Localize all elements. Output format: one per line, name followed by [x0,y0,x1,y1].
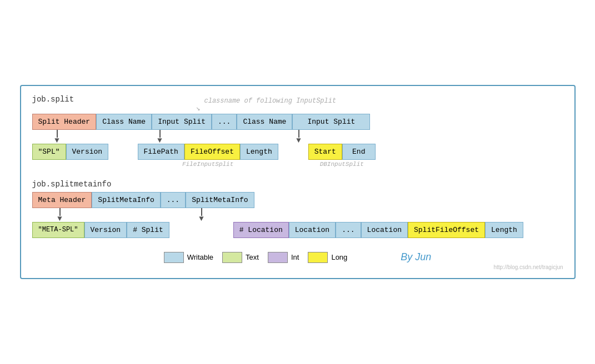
box-filepath: FilePath [138,144,184,160]
sub-rows-area: ▼ ▼ ▼ [32,130,563,144]
meta-arrows: ▼ ▼ [32,208,563,222]
fileinput-row: FilePath FileOffset Length [138,144,278,160]
box-location-1: Location [289,222,336,238]
legend-text: Text [222,252,259,263]
box-input-split-1: Input Split [152,114,212,130]
legend: Writable Text Int Long By Jun [32,247,563,263]
legend-label-int: Int [291,253,299,261]
label-dbinputsplit: DBInputSplit [308,161,376,168]
box-meta-spl: "META-SPL" [32,222,84,238]
spl-group: "SPL" Version [32,144,132,160]
box-version-1: Version [66,144,109,160]
box-meta-header: Meta Header [32,192,92,208]
splitmetainfo-detail-row: # Location Location ... Location SplitFi… [233,222,523,238]
meta-row1: Meta Header SplitMetaInfo ... SplitMetaI… [32,192,563,208]
box-splitfileoffset: SplitFileOffset [408,222,485,238]
arrow-inputsplit2: ▼ [260,130,338,144]
fileinput-group: FilePath FileOffset Length FileInputSpli… [138,144,278,168]
legend-label-long: Long [331,253,347,261]
legend-int: Int [268,252,299,263]
box-ellipsis-meta: ... [161,192,186,208]
box-location-2: Location [361,222,408,238]
box-version-2: Version [84,222,127,238]
section2-label: job.splitmetainfo [32,180,563,189]
spl-row: "SPL" Version [32,144,109,160]
box-start: Start [308,144,342,160]
meta-spl-row: "META-SPL" Version # Split [32,222,169,238]
box-spl: "SPL" [32,144,66,160]
box-input-split-2: Input Split [292,114,370,130]
box-class-name-1: Class Name [96,114,152,130]
arrow-inputsplit1: ▼ [132,130,188,144]
box-length-2: Length [485,222,523,238]
box-splitmetainfo-1: SplitMetaInfo [92,192,160,208]
box-hash-split: # Split [127,222,169,238]
box-ellipsis-loc: ... [336,222,361,238]
legend-box-int [268,252,288,263]
watermark: http://blog.csdn.net/tragicjun [32,264,563,270]
by-jun: By Jun [401,251,431,263]
legend-writable: Writable [164,252,213,263]
box-hash-location: # Location [233,222,289,238]
annotation-text: classname of following InputSplit [204,97,337,105]
box-splitmetainfo-2: SplitMetaInfo [186,192,254,208]
annotation-arrow: ↘ [196,104,201,113]
arrow-splheader: ▼ [32,130,82,144]
legend-label-writable: Writable [187,253,213,261]
box-length-1: Length [240,144,278,160]
arrow-meta-header: ▼ [32,208,88,222]
subbox-rows: "SPL" Version FilePath FileOffset Length… [32,144,563,168]
meta-spl-group: "META-SPL" Version # Split [32,222,169,238]
box-split-header: Split Header [32,114,97,130]
dbinput-row: Start End [308,144,376,160]
section1: job.split classname of following InputSp… [32,95,563,168]
splitmetainfo-detail-group: # Location Location ... Location SplitFi… [233,222,523,238]
legend-label-text: Text [246,253,259,261]
arrow-splitmetainfo2: ▼ [171,208,232,222]
box-class-name-2: Class Name [237,114,292,130]
box-fileoffset: FileOffset [184,144,240,160]
legend-box-long [308,252,328,263]
section2: job.splitmetainfo Meta Header SplitMetaI… [32,180,563,238]
label-fileinputsplit: FileInputSplit [138,161,278,168]
diagram-container: job.split classname of following InputSp… [20,85,576,279]
legend-long: Long [308,252,347,263]
legend-box-writable [164,252,184,263]
meta-sub-rows: "META-SPL" Version # Split # Location Lo… [32,222,563,238]
dbinput-group: Start End DBInputSplit [308,144,376,168]
box-end: End [342,144,376,160]
legend-box-text [222,252,242,263]
box-ellipsis-1: ... [212,114,237,130]
row1-boxes: Split Header Class Name Input Split ... … [32,114,563,130]
